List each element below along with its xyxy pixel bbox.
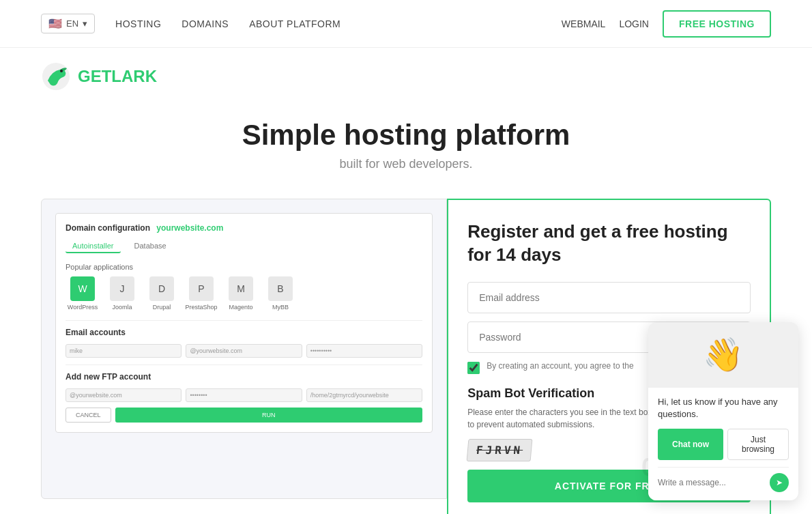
- chat-message-input[interactable]: [658, 478, 766, 487]
- logo-text: GETLARK: [78, 67, 157, 86]
- ss-ftp-user-input[interactable]: @yourwebsite.com: [66, 388, 182, 402]
- magento-icon: M: [229, 276, 253, 301]
- ss-ftp-path-input[interactable]: /home/2gtmyrcd/yourwebsite: [306, 388, 422, 402]
- prestashop-icon: P: [189, 276, 214, 301]
- ss-cancel-button[interactable]: CANCEL: [66, 408, 111, 423]
- screenshot-inner: Domain configuration yourwebsite.com Aut…: [55, 213, 433, 433]
- list-item[interactable]: D Drupal: [145, 276, 179, 311]
- ss-ftp-row: @yourwebsite.com •••••••• /home/2gtmyrcd…: [66, 388, 422, 402]
- svg-point-1: [60, 70, 63, 72]
- just-browsing-button[interactable]: Just browsing: [727, 429, 789, 460]
- navbar: 🇺🇸 EN ▾ HOSTING DOMAINS ABOUT PLATFORM W…: [0, 0, 812, 48]
- nav-login[interactable]: LOGIN: [619, 18, 649, 29]
- ss-apps-label: Popular applications: [66, 263, 422, 271]
- chevron-down-icon: ▾: [83, 18, 87, 29]
- list-item[interactable]: B MyBB: [263, 276, 298, 311]
- ss-domain-value: yourwebsite.com: [156, 223, 223, 233]
- navbar-right: WEBMAIL LOGIN FREE HOSTING: [562, 10, 771, 38]
- ss-email-domain-input[interactable]: @yourwebsite.com: [186, 344, 302, 358]
- wave-emoji: 👋: [703, 337, 744, 373]
- list-item[interactable]: W WordPress: [66, 276, 100, 311]
- ss-apps-grid: W WordPress J Joomla D Drupal P PrestaSh…: [66, 276, 422, 311]
- mybb-icon: B: [268, 276, 293, 301]
- ss-email-name-input[interactable]: mike: [66, 344, 182, 358]
- list-item[interactable]: J Joomla: [105, 276, 139, 311]
- app-label: Joomla: [112, 304, 132, 311]
- nav-links: HOSTING DOMAINS ABOUT PLATFORM: [115, 18, 340, 29]
- ss-email-title: Email accounts: [66, 328, 422, 337]
- language-selector[interactable]: 🇺🇸 EN ▾: [41, 14, 95, 33]
- nav-hosting[interactable]: HOSTING: [115, 18, 161, 29]
- flag-icon: 🇺🇸: [48, 17, 62, 30]
- chat-widget: 👋 Hi, let us know if you have any questi…: [648, 322, 798, 500]
- joomla-icon: J: [110, 276, 134, 301]
- ss-email-row: mike @yourwebsite.com ••••••••••: [66, 344, 422, 358]
- ss-run-button[interactable]: RUN: [115, 408, 423, 423]
- app-label: Magento: [229, 304, 252, 311]
- app-label: PrestaShop: [185, 304, 217, 311]
- ss-tab-autoinstaller[interactable]: Autoinstaller: [66, 240, 121, 253]
- send-icon: ➤: [776, 478, 783, 487]
- chat-now-button[interactable]: Chat now: [658, 429, 723, 460]
- captcha-image: FJRVN: [467, 439, 533, 461]
- app-label: MyBB: [272, 304, 289, 311]
- chat-greeting: Hi, let us know if you have any question…: [658, 396, 789, 420]
- wordpress-icon: W: [70, 276, 95, 301]
- register-title: Register and get a free hosting for 14 d…: [467, 220, 751, 267]
- hero-section: Simple hosting platform built for web de…: [0, 98, 812, 185]
- logo-area: GETLARK: [0, 48, 812, 98]
- list-item[interactable]: P PrestaShop: [184, 276, 218, 311]
- chat-input-row: ➤: [658, 467, 789, 496]
- ss-email-pass-input[interactable]: ••••••••••: [306, 344, 422, 358]
- ss-ftp-section: Add new FTP account @yourwebsite.com •••…: [66, 372, 422, 423]
- drupal-icon: D: [149, 276, 174, 301]
- navbar-left: 🇺🇸 EN ▾ HOSTING DOMAINS ABOUT PLATFORM: [41, 14, 340, 33]
- ss-tabs: Autoinstaller Database: [66, 240, 422, 253]
- ss-ftp-pass-input[interactable]: ••••••••: [186, 388, 302, 402]
- chat-send-button[interactable]: ➤: [770, 473, 789, 492]
- ss-domain-label: Domain configuration yourwebsite.com: [66, 223, 422, 233]
- chat-emoji-area: 👋: [648, 322, 798, 388]
- chat-message-area: Hi, let us know if you have any question…: [648, 388, 798, 500]
- email-field[interactable]: [467, 282, 751, 313]
- nav-about[interactable]: ABOUT PLATFORM: [249, 18, 340, 29]
- ss-tab-database[interactable]: Database: [128, 240, 173, 253]
- terms-checkbox[interactable]: [467, 362, 480, 374]
- screenshot-panel: Domain configuration yourwebsite.com Aut…: [41, 199, 447, 499]
- terms-text: By creating an account, you agree to the: [487, 361, 633, 371]
- ss-apps-section: Popular applications W WordPress J Jooml…: [66, 263, 422, 311]
- logo-bird-icon: [41, 61, 71, 91]
- lang-label: EN: [66, 18, 78, 29]
- nav-domains[interactable]: DOMAINS: [182, 18, 229, 29]
- hero-title: Simple hosting platform: [14, 119, 798, 152]
- free-hosting-button[interactable]: FREE HOSTING: [663, 10, 771, 38]
- ss-email-section: Email accounts mike @yourwebsite.com •••…: [66, 328, 422, 358]
- nav-webmail[interactable]: WEBMAIL: [562, 18, 606, 29]
- hero-subtitle: built for web developers.: [14, 157, 798, 171]
- ss-ftp-title: Add new FTP account: [66, 372, 422, 382]
- app-label: WordPress: [68, 304, 98, 311]
- list-item[interactable]: M Magento: [224, 276, 258, 311]
- app-label: Drupal: [153, 304, 171, 311]
- chat-buttons: Chat now Just browsing: [658, 429, 789, 460]
